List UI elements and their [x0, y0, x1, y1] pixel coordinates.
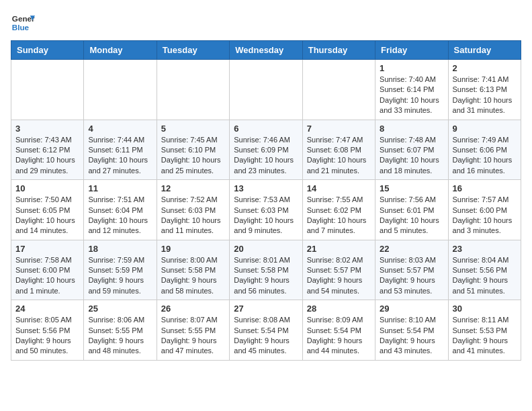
table-cell	[84, 60, 157, 120]
table-cell: 26Sunrise: 8:07 AM Sunset: 5:55 PM Dayli…	[157, 300, 229, 361]
day-info: Sunrise: 7:40 AM Sunset: 6:14 PM Dayligh…	[380, 75, 443, 116]
day-info: Sunrise: 7:53 AM Sunset: 6:03 PM Dayligh…	[234, 195, 298, 236]
header-sunday: Sunday	[11, 41, 84, 60]
day-number: 13	[234, 183, 298, 193]
table-cell: 25Sunrise: 8:06 AM Sunset: 5:55 PM Dayli…	[84, 300, 157, 361]
header-monday: Monday	[84, 41, 157, 60]
day-number: 16	[453, 183, 517, 193]
day-info: Sunrise: 8:06 AM Sunset: 5:55 PM Dayligh…	[88, 315, 152, 357]
table-cell	[302, 60, 375, 120]
day-number: 9	[453, 124, 517, 134]
week-row-4: 24Sunrise: 8:05 AM Sunset: 5:56 PM Dayli…	[11, 300, 521, 361]
table-cell: 16Sunrise: 7:57 AM Sunset: 6:00 PM Dayli…	[448, 180, 521, 240]
day-info: Sunrise: 8:09 AM Sunset: 5:54 PM Dayligh…	[307, 315, 371, 357]
day-number: 14	[307, 183, 371, 193]
day-number: 21	[307, 244, 371, 254]
table-cell: 24Sunrise: 8:05 AM Sunset: 5:56 PM Dayli…	[11, 300, 84, 361]
table-cell: 23Sunrise: 8:04 AM Sunset: 5:56 PM Dayli…	[448, 240, 521, 300]
day-info: Sunrise: 7:49 AM Sunset: 6:06 PM Dayligh…	[453, 135, 517, 177]
table-cell: 30Sunrise: 8:11 AM Sunset: 5:53 PM Dayli…	[448, 300, 521, 361]
table-cell: 20Sunrise: 8:01 AM Sunset: 5:58 PM Dayli…	[230, 240, 302, 300]
header-friday: Friday	[375, 41, 448, 60]
day-info: Sunrise: 7:46 AM Sunset: 6:09 PM Dayligh…	[234, 135, 298, 177]
day-info: Sunrise: 7:52 AM Sunset: 6:03 PM Dayligh…	[161, 195, 225, 236]
day-info: Sunrise: 7:55 AM Sunset: 6:02 PM Dayligh…	[307, 195, 371, 236]
day-info: Sunrise: 8:07 AM Sunset: 5:55 PM Dayligh…	[161, 315, 225, 357]
day-info: Sunrise: 7:57 AM Sunset: 6:00 PM Dayligh…	[453, 195, 517, 236]
day-number: 2	[453, 63, 517, 73]
day-number: 10	[15, 183, 79, 193]
svg-text:Blue: Blue	[12, 23, 30, 32]
table-cell: 18Sunrise: 7:59 AM Sunset: 5:59 PM Dayli…	[84, 240, 157, 300]
day-number: 15	[380, 183, 443, 193]
day-info: Sunrise: 8:11 AM Sunset: 5:53 PM Dayligh…	[453, 315, 517, 357]
day-number: 17	[15, 244, 79, 254]
day-number: 23	[453, 244, 517, 254]
day-info: Sunrise: 7:56 AM Sunset: 6:01 PM Dayligh…	[380, 195, 443, 236]
table-cell: 28Sunrise: 8:09 AM Sunset: 5:54 PM Dayli…	[302, 300, 375, 361]
header-wednesday: Wednesday	[230, 41, 302, 60]
table-cell: 7Sunrise: 7:47 AM Sunset: 6:08 PM Daylig…	[302, 120, 375, 180]
day-number: 1	[380, 63, 443, 73]
day-info: Sunrise: 7:43 AM Sunset: 6:12 PM Dayligh…	[15, 135, 79, 177]
day-info: Sunrise: 7:45 AM Sunset: 6:10 PM Dayligh…	[161, 135, 225, 177]
day-number: 18	[88, 244, 152, 254]
day-number: 11	[88, 183, 152, 193]
day-info: Sunrise: 8:01 AM Sunset: 5:58 PM Dayligh…	[234, 255, 298, 297]
day-number: 24	[15, 304, 79, 314]
logo-icon: General Blue	[11, 11, 35, 35]
page-header: General Blue	[11, 11, 521, 35]
day-info: Sunrise: 8:02 AM Sunset: 5:57 PM Dayligh…	[307, 255, 371, 297]
day-info: Sunrise: 7:50 AM Sunset: 6:05 PM Dayligh…	[15, 195, 79, 236]
table-cell: 5Sunrise: 7:45 AM Sunset: 6:10 PM Daylig…	[157, 120, 229, 180]
table-cell: 6Sunrise: 7:46 AM Sunset: 6:09 PM Daylig…	[230, 120, 302, 180]
day-info: Sunrise: 7:59 AM Sunset: 5:59 PM Dayligh…	[88, 255, 152, 297]
table-cell: 3Sunrise: 7:43 AM Sunset: 6:12 PM Daylig…	[11, 120, 84, 180]
table-cell: 27Sunrise: 8:08 AM Sunset: 5:54 PM Dayli…	[230, 300, 302, 361]
day-number: 12	[161, 183, 225, 193]
week-row-3: 17Sunrise: 7:58 AM Sunset: 6:00 PM Dayli…	[11, 240, 521, 300]
day-number: 25	[88, 304, 152, 314]
day-number: 27	[234, 304, 298, 314]
week-row-1: 3Sunrise: 7:43 AM Sunset: 6:12 PM Daylig…	[11, 120, 521, 180]
table-cell: 14Sunrise: 7:55 AM Sunset: 6:02 PM Dayli…	[302, 180, 375, 240]
table-cell: 13Sunrise: 7:53 AM Sunset: 6:03 PM Dayli…	[230, 180, 302, 240]
day-number: 22	[380, 244, 443, 254]
table-cell: 29Sunrise: 8:10 AM Sunset: 5:54 PM Dayli…	[375, 300, 448, 361]
table-cell: 15Sunrise: 7:56 AM Sunset: 6:01 PM Dayli…	[375, 180, 448, 240]
table-cell: 10Sunrise: 7:50 AM Sunset: 6:05 PM Dayli…	[11, 180, 84, 240]
day-info: Sunrise: 7:41 AM Sunset: 6:13 PM Dayligh…	[453, 75, 517, 116]
day-info: Sunrise: 7:47 AM Sunset: 6:08 PM Dayligh…	[307, 135, 371, 177]
day-info: Sunrise: 8:10 AM Sunset: 5:54 PM Dayligh…	[380, 315, 443, 357]
day-number: 26	[161, 304, 225, 314]
day-number: 19	[161, 244, 225, 254]
table-cell: 8Sunrise: 7:48 AM Sunset: 6:07 PM Daylig…	[375, 120, 448, 180]
day-info: Sunrise: 7:44 AM Sunset: 6:11 PM Dayligh…	[88, 135, 152, 177]
day-number: 29	[380, 304, 443, 314]
table-cell: 4Sunrise: 7:44 AM Sunset: 6:11 PM Daylig…	[84, 120, 157, 180]
day-number: 8	[380, 124, 443, 134]
table-cell: 2Sunrise: 7:41 AM Sunset: 6:13 PM Daylig…	[448, 60, 521, 120]
header-thursday: Thursday	[302, 41, 375, 60]
day-info: Sunrise: 7:48 AM Sunset: 6:07 PM Dayligh…	[380, 135, 443, 177]
day-info: Sunrise: 8:08 AM Sunset: 5:54 PM Dayligh…	[234, 315, 298, 357]
day-number: 28	[307, 304, 371, 314]
svg-text:General: General	[12, 14, 35, 23]
table-cell: 9Sunrise: 7:49 AM Sunset: 6:06 PM Daylig…	[448, 120, 521, 180]
day-number: 4	[88, 124, 152, 134]
day-info: Sunrise: 8:00 AM Sunset: 5:58 PM Dayligh…	[161, 255, 225, 297]
day-number: 20	[234, 244, 298, 254]
day-info: Sunrise: 8:03 AM Sunset: 5:57 PM Dayligh…	[380, 255, 443, 297]
day-number: 7	[307, 124, 371, 134]
day-number: 3	[15, 124, 79, 134]
header-tuesday: Tuesday	[157, 41, 229, 60]
week-row-0: 1Sunrise: 7:40 AM Sunset: 6:14 PM Daylig…	[11, 60, 521, 120]
table-cell: 11Sunrise: 7:51 AM Sunset: 6:04 PM Dayli…	[84, 180, 157, 240]
day-info: Sunrise: 7:58 AM Sunset: 6:00 PM Dayligh…	[15, 255, 79, 297]
table-cell: 12Sunrise: 7:52 AM Sunset: 6:03 PM Dayli…	[157, 180, 229, 240]
week-row-2: 10Sunrise: 7:50 AM Sunset: 6:05 PM Dayli…	[11, 180, 521, 240]
table-cell	[157, 60, 229, 120]
logo: General Blue	[11, 11, 35, 35]
table-cell: 17Sunrise: 7:58 AM Sunset: 6:00 PM Dayli…	[11, 240, 84, 300]
calendar-table: SundayMondayTuesdayWednesdayThursdayFrid…	[11, 40, 521, 361]
